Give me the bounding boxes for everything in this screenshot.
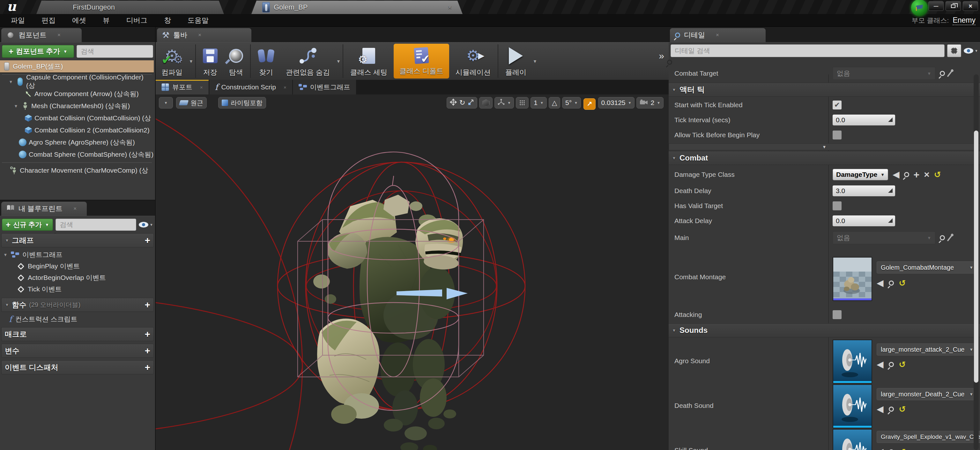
- tick-event-item[interactable]: Tick 이벤트: [3, 284, 154, 295]
- checkbox-unchecked[interactable]: [833, 131, 842, 139]
- add-macro-button[interactable]: +: [145, 329, 150, 340]
- toolbar-overflow-chevron[interactable]: »: [659, 50, 664, 61]
- my-blueprint-tab[interactable]: 내 블루프린트 ×: [1, 202, 87, 216]
- add-icon[interactable]: +: [914, 169, 920, 180]
- minimize-button[interactable]: ─: [928, 1, 943, 11]
- pick-actor-icon[interactable]: [947, 234, 953, 242]
- close-icon[interactable]: ×: [283, 85, 286, 90]
- tab-golem-bp[interactable]: Golem_BP ×: [251, 1, 463, 14]
- menu-file[interactable]: 파일: [11, 16, 25, 25]
- perspective-button[interactable]: 원근: [176, 97, 207, 109]
- actorbeginoverlap-event-item[interactable]: ActorBeginOverlap 이벤트: [3, 272, 154, 283]
- chevron-down-icon[interactable]: ▼: [189, 59, 193, 64]
- save-button[interactable]: 저장: [197, 42, 223, 80]
- death-sound-dropdown[interactable]: large_monster_Death_2_Cue ▼: [877, 388, 977, 400]
- pick-actor-icon[interactable]: [947, 70, 953, 77]
- close-icon[interactable]: ×: [57, 32, 60, 38]
- use-selected-icon[interactable]: ◀: [877, 279, 884, 287]
- components-tab[interactable]: 컴포넌트 ×: [1, 28, 82, 42]
- chevron-down-icon[interactable]: ▼: [533, 59, 537, 64]
- lit-mode-button[interactable]: 라이팅포함: [218, 97, 266, 109]
- my-blueprint-search[interactable]: [56, 219, 136, 231]
- clear-icon[interactable]: ×: [924, 170, 930, 179]
- tick-interval-input[interactable]: 0.0: [833, 115, 895, 125]
- checkbox-unchecked[interactable]: [833, 310, 842, 319]
- viewport[interactable]: ▼ 원근 라이팅포함 ↻ ▼ 1: [156, 94, 669, 450]
- sound-thumbnail[interactable]: [833, 340, 872, 384]
- tutorial-button[interactable]: [911, 0, 928, 16]
- browse-asset-icon[interactable]: [889, 281, 894, 286]
- checkbox-unchecked[interactable]: [833, 201, 842, 210]
- close-icon[interactable]: ×: [716, 32, 719, 38]
- add-graph-button[interactable]: +: [145, 235, 150, 246]
- tab-viewport[interactable]: 뷰포트 ×: [156, 80, 209, 94]
- sound-thumbnail[interactable]: [833, 384, 872, 428]
- actor-tick-section-header[interactable]: ▼ 액터 틱: [669, 83, 980, 97]
- simulate-button[interactable]: ⚙ 시뮬레이션: [450, 42, 496, 80]
- surface-snapping-button[interactable]: ▼: [495, 97, 514, 109]
- montage-thumbnail[interactable]: [833, 257, 872, 301]
- expander-icon[interactable]: ▼: [13, 104, 19, 109]
- search-input[interactable]: [77, 45, 153, 57]
- menu-window[interactable]: 창: [164, 16, 171, 25]
- use-selected-icon[interactable]: ◀: [877, 360, 884, 369]
- menu-asset[interactable]: 에셋: [72, 16, 86, 25]
- skill-sound-dropdown[interactable]: Gravity_Spell_Explode_v1_wav_Cue ▼: [877, 431, 980, 443]
- use-selected-icon[interactable]: ◀: [877, 405, 884, 413]
- close-icon[interactable]: ×: [198, 32, 201, 38]
- search-input[interactable]: [56, 219, 136, 230]
- coordinate-system-button[interactable]: [479, 97, 493, 109]
- close-button[interactable]: ×: [963, 1, 978, 11]
- event-dispatchers-section-header[interactable]: 이벤트 디스패처 +: [1, 360, 154, 374]
- scale-tool-icon[interactable]: [468, 99, 474, 107]
- expander-icon[interactable]: ▼: [8, 80, 14, 84]
- death-delay-input[interactable]: 3.0: [833, 185, 895, 196]
- components-search[interactable]: [76, 45, 153, 58]
- parent-class-link[interactable]: Enemy: [953, 16, 975, 25]
- grid-snap-toggle[interactable]: [516, 97, 528, 109]
- grid-snap-value[interactable]: 1 ▼: [530, 97, 547, 109]
- use-selected-icon[interactable]: ◀: [892, 170, 900, 179]
- browse-asset-icon[interactable]: [904, 172, 909, 177]
- checkbox-checked[interactable]: ✔: [833, 101, 842, 110]
- use-selected-icon[interactable]: ◀: [877, 447, 884, 450]
- beginplay-event-item[interactable]: BeginPlay 이벤트: [3, 261, 154, 271]
- scale-snap-toggle[interactable]: ↗: [584, 98, 596, 110]
- tree-item-agro-sphere[interactable]: Agro Sphere (AgroSphere) (상속됨): [0, 136, 154, 148]
- tree-item-combat-sphere[interactable]: Combat Sphere (CombatSphere) (상속됨): [0, 148, 154, 161]
- add-dispatcher-button[interactable]: +: [145, 362, 150, 373]
- main-dropdown[interactable]: 없음 ▼: [833, 231, 935, 244]
- tree-item-mesh[interactable]: ▼ Mesh (CharacterMesh0) (상속됨): [0, 100, 154, 112]
- tree-item-arrow[interactable]: Arrow Component (Arrow) (상속됨): [0, 88, 154, 100]
- hide-unrelated-button[interactable]: 관련없음 숨김: [280, 42, 336, 80]
- tab-firstdungeon[interactable]: FirstDungeon: [37, 1, 224, 14]
- tree-item-combat-collision[interactable]: Combat Collision (CombatCollision) (상: [0, 112, 154, 124]
- rotation-snap-value[interactable]: 5° ▼: [562, 97, 581, 109]
- property-matrix-button[interactable]: [947, 45, 961, 57]
- class-settings-button[interactable]: 클래스 세팅: [345, 42, 393, 80]
- scale-snap-value[interactable]: 0.03125 ▼: [598, 97, 635, 109]
- damage-type-dropdown[interactable]: DamageType ▼: [833, 169, 888, 180]
- advanced-expander[interactable]: ▼: [669, 143, 980, 150]
- search-input[interactable]: [671, 45, 944, 57]
- viewport-options-button[interactable]: ▼: [159, 97, 173, 109]
- rotation-snap-toggle[interactable]: △: [549, 97, 560, 109]
- tree-item-combat-collision-2[interactable]: Combat Collision 2 (CombatCollision2): [0, 124, 154, 136]
- menu-help[interactable]: 도움말: [188, 16, 208, 25]
- browse-asset-icon[interactable]: [940, 235, 945, 240]
- close-icon[interactable]: ×: [200, 85, 203, 90]
- tab-construction-script[interactable]: f Construction Scrip ×: [209, 80, 293, 94]
- combat-target-dropdown[interactable]: 없음 ▼: [833, 67, 935, 80]
- compile-button[interactable]: ⚙ ⚙ ✔ 컴파일: [156, 42, 188, 80]
- details-scrollbar-thumb[interactable]: [974, 131, 978, 383]
- camera-speed-button[interactable]: 2 ▼: [636, 97, 663, 109]
- class-defaults-button[interactable]: 클래스 디폴트: [394, 44, 449, 78]
- montage-dropdown[interactable]: Golem_ComabatMontage ▼: [877, 262, 977, 273]
- variables-section-header[interactable]: 변수 +: [1, 344, 154, 358]
- menu-view[interactable]: 뷰: [103, 16, 110, 25]
- reset-to-default-icon[interactable]: ↺: [934, 171, 941, 179]
- add-new-button[interactable]: + 신규 추가 ▼: [2, 219, 53, 231]
- display-filter-button[interactable]: ▼: [964, 45, 978, 57]
- browse-button[interactable]: 탐색: [223, 42, 249, 80]
- details-search[interactable]: [671, 45, 945, 57]
